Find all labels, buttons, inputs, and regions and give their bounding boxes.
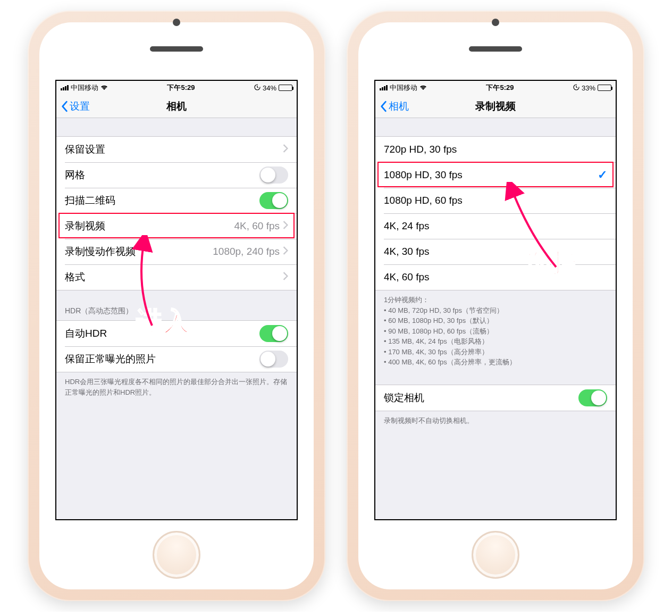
row-label: 保留设置 <box>65 143 283 156</box>
footer-line: • 40 MB, 720p HD, 30 fps（节省空间） <box>384 305 607 316</box>
wifi-icon <box>419 84 427 92</box>
row-label: 4K, 24 fps <box>384 220 607 232</box>
phone-frame-left: 中国移动 下午5:29 34% 设置 <box>28 11 325 601</box>
chevron-right-icon <box>283 271 288 283</box>
nav-title: 录制视频 <box>375 99 616 113</box>
battery-icon <box>598 85 611 91</box>
option-4k-30[interactable]: 4K, 30 fps <box>375 239 616 264</box>
row-lock-camera[interactable]: 锁定相机 <box>375 385 616 411</box>
carrier-label: 中国移动 <box>390 83 417 93</box>
battery-icon <box>279 85 292 91</box>
chevron-right-icon <box>283 220 288 232</box>
signal-icon <box>380 85 388 90</box>
status-bar: 中国移动 下午5:29 34% <box>56 81 297 95</box>
row-label: 网格 <box>65 168 259 182</box>
nav-bar: 设置 相机 <box>56 95 297 118</box>
option-720p-30[interactable]: 720p HD, 30 fps <box>375 137 616 162</box>
row-label: 扫描二维码 <box>65 194 259 207</box>
row-label: 录制视频 <box>65 219 234 233</box>
row-label: 720p HD, 30 fps <box>384 144 607 155</box>
footer-line: • 60 MB, 1080p HD, 30 fps（默认） <box>384 315 607 326</box>
row-keep-normal-photo[interactable]: 保留正常曝光的照片 <box>56 346 297 372</box>
row-label: 格式 <box>65 270 283 284</box>
toggle-auto-hdr[interactable] <box>259 325 288 342</box>
row-value: 4K, 60 fps <box>234 220 280 232</box>
video-options-group: 720p HD, 30 fps 1080p HD, 30 fps ✓ 1080p… <box>375 136 616 290</box>
time-label: 下午5:29 <box>167 83 195 93</box>
rotation-lock-icon <box>254 84 261 92</box>
time-label: 下午5:29 <box>486 83 514 93</box>
battery-percent: 33% <box>582 84 595 92</box>
home-button[interactable] <box>153 531 200 579</box>
row-label: 录制慢动作视频 <box>65 245 213 259</box>
row-value: 1080p, 240 fps <box>213 246 280 257</box>
toggle-lock-camera[interactable] <box>578 389 607 406</box>
footer-line: • 135 MB, 4K, 24 fps（电影风格） <box>384 336 607 347</box>
row-grid[interactable]: 网格 <box>56 162 297 188</box>
row-auto-hdr[interactable]: 自动HDR <box>56 321 297 346</box>
row-record-video[interactable]: 录制视频 4K, 60 fps <box>56 213 297 239</box>
chevron-right-icon <box>283 246 288 257</box>
toggle-keep-normal[interactable] <box>259 351 288 368</box>
row-label: 1080p HD, 60 fps <box>384 195 607 206</box>
phone-frame-right: 中国移动 下午5:29 33% 相机 <box>347 11 644 601</box>
row-label: 1080p HD, 30 fps <box>384 169 598 181</box>
row-label: 自动HDR <box>65 327 259 340</box>
phone-camera-dot <box>173 19 180 26</box>
footer-line: • 90 MB, 1080p HD, 60 fps（流畅） <box>384 326 607 337</box>
option-4k-24[interactable]: 4K, 24 fps <box>375 213 616 239</box>
checkmark-icon: ✓ <box>598 168 607 182</box>
phone-camera-dot <box>492 19 499 26</box>
section-footer-hdr: HDR会用三张曝光程度各不相同的照片的最佳部分合并出一张照片。存储正常曝光的照片… <box>56 372 297 402</box>
footer-title: 1分钟视频约： <box>384 295 607 305</box>
row-label: 保留正常曝光的照片 <box>65 352 259 366</box>
option-4k-60[interactable]: 4K, 60 fps <box>375 264 616 290</box>
wifi-icon <box>100 84 108 92</box>
row-label: 4K, 30 fps <box>384 246 607 257</box>
signal-icon <box>61 85 69 90</box>
phone-speaker <box>150 46 203 52</box>
toggle-qr[interactable] <box>259 192 288 209</box>
back-label: 设置 <box>70 99 90 113</box>
content-area: 保留设置 网格 扫描二维码 录制视频 4K, 60 fps <box>56 118 297 519</box>
footer-line: • 170 MB, 4K, 30 fps（高分辨率） <box>384 347 607 357</box>
back-label: 相机 <box>389 99 409 113</box>
row-formats[interactable]: 格式 <box>56 264 297 290</box>
status-bar: 中国移动 下午5:29 33% <box>375 81 616 95</box>
home-button[interactable] <box>472 531 519 579</box>
nav-title: 相机 <box>56 99 297 113</box>
screen-left: 中国移动 下午5:29 34% 设置 <box>55 80 298 520</box>
phone-speaker <box>469 46 522 52</box>
screen-right: 中国移动 下午5:29 33% 相机 <box>374 80 617 520</box>
carrier-label: 中国移动 <box>71 83 98 93</box>
row-scan-qr[interactable]: 扫描二维码 <box>56 188 297 213</box>
back-button[interactable]: 设置 <box>61 99 90 113</box>
option-1080p-30[interactable]: 1080p HD, 30 fps ✓ <box>375 162 616 188</box>
row-label: 4K, 60 fps <box>384 271 607 283</box>
section-header-hdr: HDR（高动态范围） <box>56 290 297 320</box>
chevron-right-icon <box>283 144 288 155</box>
row-label: 锁定相机 <box>384 391 578 405</box>
footer-line: • 400 MB, 4K, 60 fps（高分辨率，更流畅） <box>384 357 607 368</box>
content-area: 720p HD, 30 fps 1080p HD, 30 fps ✓ 1080p… <box>375 118 616 519</box>
option-1080p-60[interactable]: 1080p HD, 60 fps <box>375 188 616 213</box>
rotation-lock-icon <box>573 84 579 92</box>
battery-percent: 34% <box>263 84 276 92</box>
toggle-grid[interactable] <box>259 167 288 184</box>
section-footer-lock: 录制视频时不自动切换相机。 <box>375 411 616 430</box>
row-record-slomo[interactable]: 录制慢动作视频 1080p, 240 fps <box>56 239 297 264</box>
section-footer-sizes: 1分钟视频约： • 40 MB, 720p HD, 30 fps（节省空间） •… <box>375 290 616 372</box>
row-preserve-settings[interactable]: 保留设置 <box>56 137 297 162</box>
nav-bar: 相机 录制视频 <box>375 95 616 118</box>
back-button[interactable]: 相机 <box>380 99 409 113</box>
